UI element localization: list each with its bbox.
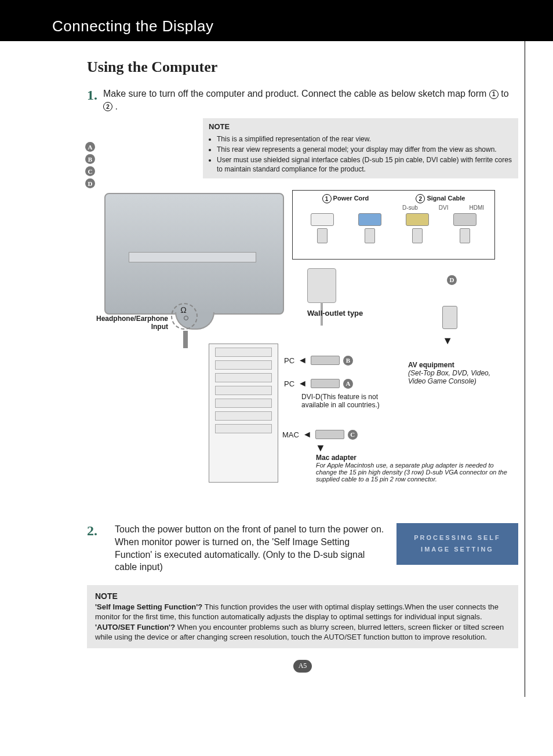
note-box-2: NOTE 'Self Image Setting Function'? This… — [87, 585, 518, 648]
connector-panel: 1 Power Cord 2 Signal Cable D-sub DVI HD… — [292, 190, 495, 260]
note2-q2: 'AUTO/SET Function'? — [95, 623, 175, 631]
step-2-number: 2. — [87, 523, 103, 538]
letter-a-callout-icon: A — [343, 379, 353, 389]
pc1-label: PC — [284, 356, 294, 365]
headphone-jack-icon — [183, 331, 188, 348]
page-edge-rule — [525, 0, 525, 697]
headphone-label: Headphone/Earphone Input — [87, 315, 168, 331]
note1-item: This rear view represents a general mode… — [217, 145, 512, 154]
arrow-left-icon: ◄ — [298, 355, 307, 366]
plug-icon — [412, 228, 423, 243]
note2-title: NOTE — [95, 591, 510, 602]
mac-connector-icon — [315, 430, 344, 439]
dvi-connector-icon — [311, 379, 340, 388]
dvi-port-icon — [406, 213, 429, 226]
note1-item: User must use shielded signal interface … — [217, 155, 512, 174]
mac-adapter-title: Mac adapter — [316, 454, 507, 462]
plug-icon — [317, 228, 328, 243]
step1-text-a: Make sure to turn off the computer and p… — [103, 89, 489, 98]
arrow-left-icon: ◄ — [298, 378, 307, 389]
note2-q1: 'Self Image Setting Function'? — [95, 602, 202, 611]
circled-2-icon: 2 — [103, 102, 112, 111]
mac-label: MAC — [282, 430, 299, 439]
osd-line1: PROCESSING SELF — [409, 532, 505, 544]
header-bar: Connecting the Display — [0, 0, 553, 41]
plug-icon — [460, 228, 470, 243]
monitor-rear-icon — [104, 193, 284, 315]
panel-power-label: Power Cord — [333, 195, 369, 202]
letter-a-icon: A — [85, 142, 95, 152]
dvi-label: DVI — [439, 204, 449, 211]
arrow-down-icon: ▼ — [315, 442, 326, 454]
dsub-port-icon — [358, 213, 381, 226]
osd-message-box: PROCESSING SELF IMAGE SETTING — [396, 523, 518, 565]
monitor-port-strip — [129, 252, 256, 262]
mac-adapter-sub: For Apple Macintosh use, a separate plug… — [316, 462, 507, 483]
header-title: Connecting the Display — [52, 17, 213, 35]
note1-item: This is a simplified representation of t… — [217, 134, 512, 144]
panel-signal-label: Signal Cable — [427, 195, 465, 202]
panel-circ-2-icon: 2 — [416, 194, 425, 203]
step-2-text: Touch the power button on the front of p… — [115, 523, 385, 573]
arrow-down-icon: ▼ — [442, 335, 453, 347]
dsub-label: D-sub — [402, 204, 418, 211]
connection-diagram: 1 Power Cord 2 Signal Cable D-sub DVI HD… — [87, 187, 518, 517]
step-1-number: 1. — [87, 87, 103, 103]
step-2: 2. Touch the power button on the front o… — [87, 523, 518, 573]
dvi-note: DVI-D(This feature is not available in a… — [301, 393, 406, 409]
letter-d-icon: D — [85, 178, 95, 188]
pc-line-a: PC ◄ A — [284, 378, 353, 389]
mac-adapter-note: Mac adapter For Apple Macintosh use, a s… — [316, 454, 507, 483]
mac-line-c: MAC ◄ C — [282, 429, 358, 440]
letter-b-icon: B — [85, 154, 95, 164]
wall-plug-icon — [307, 268, 336, 303]
letter-c-icon: C — [85, 166, 95, 176]
osd-line2: IMAGE SETTING — [409, 544, 505, 556]
av-sub: (Set-Top Box, DVD, Video, Video Game Con… — [408, 369, 501, 385]
power-port-icon — [311, 213, 334, 226]
pc-line-b: PC ◄ B — [284, 355, 353, 366]
pc-tower-icon — [209, 344, 278, 483]
arrow-left-icon: ◄ — [303, 429, 312, 440]
letter-d-callout-icon: D — [447, 275, 457, 285]
page-number-badge: A5 — [293, 660, 312, 673]
hdmi-cable-plug-icon — [442, 306, 457, 329]
hdmi-port-icon — [453, 213, 476, 226]
av-equipment-label: AV equipment (Set-Top Box, DVD, Video, V… — [408, 361, 501, 385]
note-box-1: NOTE This is a simplified representation… — [203, 118, 518, 178]
pc2-label: PC — [284, 379, 294, 388]
hdmi-label: HDMI — [469, 204, 484, 211]
dsub-connector-icon — [311, 356, 340, 365]
step1-text-b: to — [501, 89, 508, 98]
letter-c-callout-icon: C — [348, 430, 358, 440]
plug-icon — [365, 228, 375, 243]
wall-outlet-label: Wall-outlet type — [307, 309, 363, 317]
av-title: AV equipment — [408, 361, 501, 369]
panel-circ-1-icon: 1 — [322, 194, 332, 203]
letter-b-callout-icon: B — [343, 356, 353, 366]
note1-title: NOTE — [209, 122, 512, 132]
option-letter-stack: A B C D — [85, 142, 95, 188]
step-1: 1. Make sure to turn off the computer an… — [87, 87, 518, 112]
step1-text-c: . — [115, 101, 117, 111]
section-title: Using the Computer — [87, 59, 518, 76]
step-1-text: Make sure to turn off the computer and p… — [103, 87, 518, 112]
circled-1-icon: 1 — [489, 90, 499, 99]
